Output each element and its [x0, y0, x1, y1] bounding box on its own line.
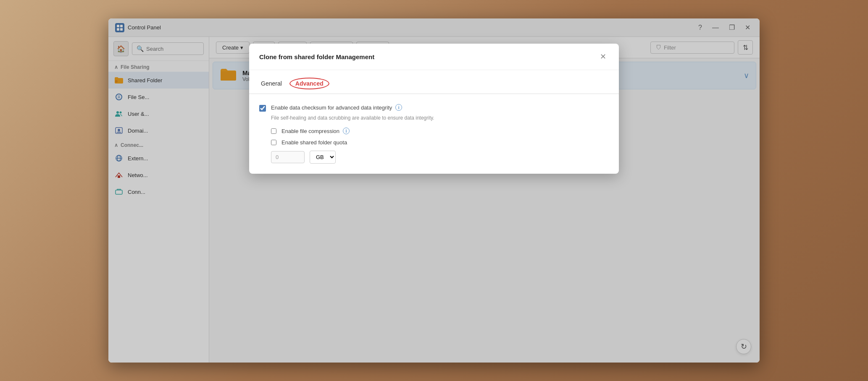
quota-checkbox[interactable] — [271, 140, 276, 145]
compression-checkbox[interactable] — [271, 128, 276, 134]
quota-value-input[interactable] — [271, 151, 305, 163]
checksum-label: Enable data checksum for advanced data i… — [271, 104, 402, 111]
compression-label: Enable file compression i — [281, 128, 350, 134]
modal-close-button[interactable]: ✕ — [597, 51, 609, 62]
tab-general[interactable]: General — [259, 77, 284, 94]
quota-row: Enable shared folder quota — [271, 139, 609, 146]
checksum-row: Enable data checksum for advanced data i… — [259, 104, 609, 112]
tab-advanced[interactable]: Advanced — [294, 77, 325, 94]
modal-overlay: Clone from shared folder Management ✕ Ge… — [108, 18, 760, 363]
quota-input-row: GB TB MB — [271, 151, 609, 164]
main-window: Control Panel ? — ❐ ✕ 🏠 🔍 ∧ File Sharing — [108, 18, 760, 363]
compression-row: Enable file compression i — [271, 128, 609, 134]
modal-title: Clone from shared folder Management — [259, 53, 374, 60]
checksum-sub-text: File self-healing and data scrubbing are… — [271, 115, 609, 121]
checksum-info-icon[interactable]: i — [395, 104, 402, 111]
modal-tabs: General Advanced — [249, 70, 619, 94]
advanced-tab-label: Advanced — [295, 80, 324, 87]
quota-label: Enable shared folder quota — [281, 139, 347, 146]
checksum-checkbox[interactable] — [259, 105, 266, 112]
clone-modal: Clone from shared folder Management ✕ Ge… — [249, 44, 619, 174]
quota-unit-select[interactable]: GB TB MB — [310, 151, 336, 164]
modal-header: Clone from shared folder Management ✕ — [249, 44, 619, 70]
compression-info-icon[interactable]: i — [343, 128, 350, 134]
modal-body: Enable data checksum for advanced data i… — [249, 94, 619, 174]
